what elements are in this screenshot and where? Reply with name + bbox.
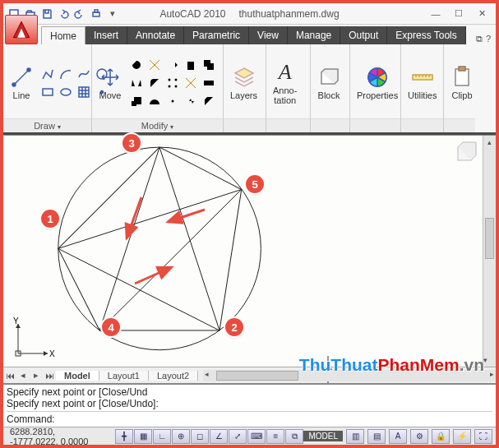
- hscroll-thumb[interactable]: [216, 371, 298, 381]
- panel-draw-title[interactable]: Draw: [3, 118, 91, 132]
- viewcube-icon[interactable]: [455, 141, 478, 164]
- explode-icon[interactable]: [183, 75, 199, 91]
- tab-extra: ⧉ ?: [476, 34, 496, 44]
- annoscale-icon[interactable]: A: [389, 429, 407, 444]
- tab-focus-icon[interactable]: ⧉: [476, 34, 483, 44]
- snap-toggle-icon[interactable]: ╋: [115, 429, 133, 444]
- tab-insert[interactable]: Insert: [85, 26, 127, 44]
- panel-modify-title[interactable]: Modify: [92, 118, 223, 132]
- arc-icon[interactable]: [58, 66, 74, 82]
- tab-model[interactable]: Model: [56, 371, 99, 381]
- qat-dropdown-icon[interactable]: ▾: [105, 7, 120, 21]
- minimize-button[interactable]: —: [425, 7, 446, 21]
- ducs-toggle-icon[interactable]: ⤢: [229, 429, 247, 444]
- vertical-scrollbar[interactable]: ▴ ▾: [483, 136, 496, 367]
- tab-nav-prev-icon[interactable]: ◂: [16, 370, 30, 381]
- utilities-button[interactable]: Utilities: [404, 64, 440, 102]
- qp-toggle-icon[interactable]: ⧉: [285, 429, 303, 444]
- tab-nav-next-icon[interactable]: ▸: [30, 370, 43, 381]
- trim-icon[interactable]: [146, 57, 163, 73]
- qat-redo-icon[interactable]: [72, 7, 87, 21]
- tab-express[interactable]: Express Tools: [387, 26, 465, 44]
- svg-point-8: [61, 89, 71, 95]
- qat-print-icon[interactable]: [89, 7, 104, 21]
- mirror-icon[interactable]: [128, 75, 145, 91]
- properties-button[interactable]: Properties: [353, 64, 401, 102]
- ortho-toggle-icon[interactable]: ∟: [153, 429, 171, 444]
- tab-output[interactable]: Output: [340, 26, 387, 44]
- scroll-up-icon[interactable]: ▴: [483, 136, 496, 149]
- space-indicator[interactable]: MODEL: [303, 431, 343, 441]
- tab-annotate[interactable]: Annotate: [127, 26, 184, 44]
- qat-undo-icon[interactable]: [56, 7, 71, 21]
- layers-button[interactable]: Layers: [227, 64, 261, 102]
- extend-icon[interactable]: [164, 57, 181, 73]
- file-name: thuthuatphanmem.dwg: [238, 8, 339, 20]
- command-window[interactable]: Specify next point or [Close/Und Specify…: [3, 383, 496, 427]
- svg-point-5: [27, 68, 30, 72]
- polyline-icon[interactable]: [39, 66, 56, 82]
- qat-save-icon[interactable]: [39, 7, 54, 21]
- svg-point-16: [169, 85, 171, 88]
- move-button[interactable]: Move: [95, 64, 125, 102]
- command-prompt[interactable]: Command:: [7, 411, 492, 425]
- svg-line-3: [14, 70, 29, 85]
- title-bar: ▾ AutoCAD 2010 thuthuatphanmem.dwg — ☐ ✕: [3, 3, 496, 25]
- tab-manage[interactable]: Manage: [288, 26, 340, 44]
- rotate-icon[interactable]: [128, 57, 145, 73]
- tab-view[interactable]: View: [249, 26, 288, 44]
- fillet-icon[interactable]: [146, 75, 163, 91]
- line-button[interactable]: Line: [7, 64, 36, 102]
- scroll-thumb[interactable]: [485, 218, 494, 259]
- copy-icon[interactable]: [201, 57, 217, 73]
- tab-nav-first-icon[interactable]: ⏮: [3, 371, 16, 381]
- tab-layout2[interactable]: Layout2: [149, 371, 198, 381]
- block-icon: [317, 66, 340, 89]
- svg-rect-20: [134, 97, 141, 104]
- grid-toggle-icon[interactable]: ▦: [134, 429, 152, 444]
- color-wheel-icon: [366, 66, 389, 89]
- join-icon[interactable]: [164, 93, 181, 109]
- dyn-toggle-icon[interactable]: ⌨: [247, 429, 266, 444]
- quickview-drawings-icon[interactable]: ▤: [367, 429, 386, 444]
- app-menu-button[interactable]: [5, 15, 38, 44]
- tab-parametric[interactable]: Parametric: [184, 26, 249, 44]
- chamfer-icon[interactable]: [201, 93, 217, 109]
- polar-toggle-icon[interactable]: ⊕: [172, 429, 190, 444]
- svg-rect-26: [459, 67, 465, 71]
- stretch-icon[interactable]: [201, 75, 217, 91]
- close-button[interactable]: ✕: [471, 7, 492, 21]
- rectangle-icon[interactable]: [39, 84, 56, 100]
- tab-nav-last-icon[interactable]: ⏭: [43, 371, 56, 381]
- spline-icon[interactable]: [76, 66, 92, 82]
- hardware-accel-icon[interactable]: ⚡: [453, 429, 471, 444]
- tab-home[interactable]: Home: [41, 26, 85, 44]
- svg-line-35: [127, 197, 141, 238]
- tab-help-icon[interactable]: ?: [486, 34, 491, 44]
- osnap-toggle-icon[interactable]: ◻: [191, 429, 209, 444]
- break-icon[interactable]: [183, 93, 199, 109]
- lwt-toggle-icon[interactable]: ≡: [266, 429, 284, 444]
- hatch-icon[interactable]: [76, 84, 92, 100]
- svg-point-4: [12, 83, 16, 86]
- annotation-button[interactable]: A Anno- tation: [270, 59, 300, 107]
- array-icon[interactable]: [164, 75, 181, 91]
- svg-line-36: [135, 267, 172, 284]
- clean-screen-icon[interactable]: ⛶: [474, 429, 492, 444]
- offset-icon[interactable]: [146, 93, 163, 109]
- svg-point-17: [175, 85, 178, 88]
- erase-icon[interactable]: [183, 57, 199, 73]
- drawing-area[interactable]: 1 2 3 4 5 X Y ▴ ▾: [3, 135, 496, 367]
- tab-layout1[interactable]: Layout1: [99, 371, 149, 381]
- ellipse-icon[interactable]: [58, 84, 74, 100]
- block-button[interactable]: Block: [314, 64, 344, 102]
- otrack-toggle-icon[interactable]: ∠: [210, 429, 228, 444]
- scale-icon[interactable]: [128, 93, 145, 109]
- toolbar-lock-icon[interactable]: 🔒: [432, 429, 450, 444]
- workspace-icon[interactable]: ⚙: [410, 429, 428, 444]
- maximize-button[interactable]: ☐: [448, 7, 469, 21]
- quickview-layouts-icon[interactable]: ▥: [346, 429, 364, 444]
- clipboard-button[interactable]: Clipb: [447, 64, 477, 102]
- panel-annotation: A Anno- tation: [266, 44, 311, 132]
- panel-clipboard-title: [444, 118, 475, 132]
